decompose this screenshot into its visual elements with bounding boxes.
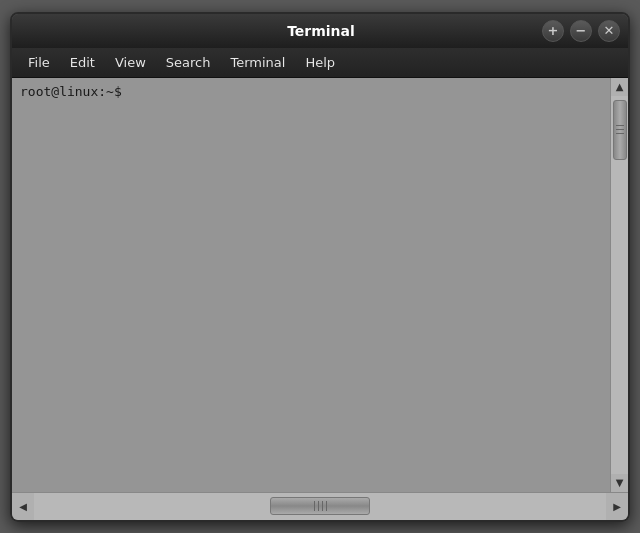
- window-controls: + − ✕: [542, 20, 620, 42]
- grip-v-4: [326, 501, 327, 511]
- grip-v-1: [314, 501, 315, 511]
- scroll-track-v[interactable]: [611, 96, 628, 474]
- vertical-scrollbar: ▲ ▼: [610, 78, 628, 492]
- menu-item-edit[interactable]: Edit: [60, 51, 105, 74]
- grip-line-2: [616, 129, 624, 130]
- menu-bar: File Edit View Search Terminal Help: [12, 48, 628, 78]
- scroll-track-h[interactable]: [34, 493, 606, 520]
- scroll-thumb-v[interactable]: [613, 100, 627, 160]
- terminal-body: root@linux:~$ ▲ ▼: [12, 78, 628, 492]
- terminal-window: Terminal + − ✕ File Edit View Search Ter…: [10, 12, 630, 522]
- scroll-thumb-h[interactable]: [270, 497, 370, 515]
- scroll-right-arrow[interactable]: ▶: [606, 492, 628, 520]
- horizontal-scrollbar-bar: ◀ ▶: [12, 492, 628, 520]
- scroll-down-arrow[interactable]: ▼: [611, 474, 629, 492]
- window-title: Terminal: [100, 23, 542, 39]
- minimize-button[interactable]: −: [570, 20, 592, 42]
- add-tab-button[interactable]: +: [542, 20, 564, 42]
- scroll-left-arrow[interactable]: ◀: [12, 492, 34, 520]
- menu-item-terminal[interactable]: Terminal: [220, 51, 295, 74]
- title-bar: Terminal + − ✕: [12, 14, 628, 48]
- menu-item-search[interactable]: Search: [156, 51, 221, 74]
- grip-v-2: [318, 501, 319, 511]
- grip-line-1: [616, 125, 624, 126]
- grip-v-3: [322, 501, 323, 511]
- scroll-up-arrow[interactable]: ▲: [611, 78, 629, 96]
- terminal-prompt: root@linux:~$: [20, 84, 602, 99]
- terminal-content[interactable]: root@linux:~$: [12, 78, 610, 492]
- menu-item-file[interactable]: File: [18, 51, 60, 74]
- grip-line-3: [616, 133, 624, 134]
- scroll-thumb-grip: [616, 125, 624, 134]
- menu-item-help[interactable]: Help: [295, 51, 345, 74]
- menu-item-view[interactable]: View: [105, 51, 156, 74]
- close-button[interactable]: ✕: [598, 20, 620, 42]
